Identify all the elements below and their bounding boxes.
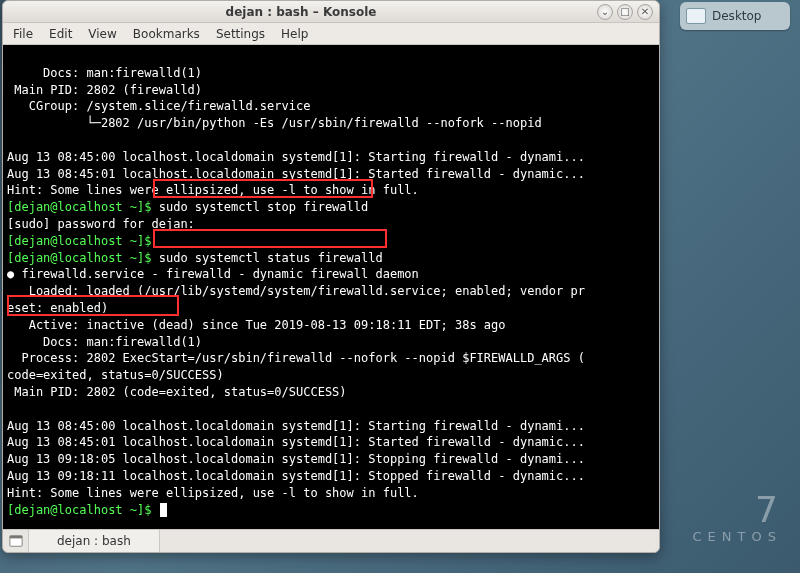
output-line: code=exited, status=0/SUCCESS) bbox=[7, 368, 224, 382]
menu-view[interactable]: View bbox=[88, 27, 116, 41]
window-title: dejan : bash – Konsole bbox=[9, 5, 593, 19]
menu-help[interactable]: Help bbox=[281, 27, 308, 41]
output-line: Aug 13 09:18:11 localhost.localdomain sy… bbox=[7, 469, 585, 483]
menu-bookmarks[interactable]: Bookmarks bbox=[133, 27, 200, 41]
output-line: Hint: Some lines were ellipsized, use -l… bbox=[7, 183, 419, 197]
output-line: ● firewalld.service - firewalld - dynami… bbox=[7, 267, 419, 281]
menu-file[interactable]: File bbox=[13, 27, 33, 41]
output-line: └─2802 /usr/bin/python -Es /usr/sbin/fir… bbox=[7, 116, 542, 130]
prompt-line: [dejan@localhost ~]$ sudo systemctl stop… bbox=[7, 200, 368, 214]
output-line: CGroup: /system.slice/firewalld.service bbox=[7, 99, 310, 113]
output-line: Aug 13 09:18:05 localhost.localdomain sy… bbox=[7, 452, 585, 466]
folder-icon bbox=[686, 8, 706, 24]
terminal-viewport[interactable]: Docs: man:firewalld(1) Main PID: 2802 (f… bbox=[3, 45, 659, 529]
desktop-folder-shortcut[interactable]: Desktop bbox=[680, 2, 790, 30]
menu-settings[interactable]: Settings bbox=[216, 27, 265, 41]
tab-label: dejan : bash bbox=[57, 534, 131, 548]
highlight-box bbox=[153, 229, 387, 248]
output-line: Main PID: 2802 (code=exited, status=0/SU… bbox=[7, 385, 347, 399]
tab-bash[interactable]: dejan : bash bbox=[29, 530, 160, 552]
output-line: Docs: man:firewalld(1) bbox=[7, 66, 202, 80]
output-line: eset: enabled) bbox=[7, 301, 108, 315]
tab-bar: dejan : bash bbox=[3, 529, 659, 552]
output-line: Aug 13 08:45:00 localhost.localdomain sy… bbox=[7, 419, 585, 433]
svg-rect-1 bbox=[9, 536, 21, 539]
prompt-line: [dejan@localhost ~]$ sudo systemctl stat… bbox=[7, 251, 383, 265]
terminal-icon bbox=[9, 534, 23, 548]
menubar: File Edit View Bookmarks Settings Help bbox=[3, 23, 659, 45]
output-line: Docs: man:firewalld(1) bbox=[7, 335, 202, 349]
titlebar[interactable]: dejan : bash – Konsole ⌄ □ ✕ bbox=[3, 1, 659, 23]
minimize-button[interactable]: ⌄ bbox=[597, 4, 613, 20]
output-line: Hint: Some lines were ellipsized, use -l… bbox=[7, 486, 419, 500]
prompt-line: [dejan@localhost ~]$ bbox=[7, 234, 159, 248]
new-tab-button[interactable] bbox=[3, 530, 29, 552]
output-line: Aug 13 08:45:00 localhost.localdomain sy… bbox=[7, 150, 585, 164]
output-line: Aug 13 08:45:01 localhost.localdomain sy… bbox=[7, 167, 585, 181]
output-line: Main PID: 2802 (firewalld) bbox=[7, 83, 202, 97]
cursor bbox=[160, 503, 167, 517]
close-button[interactable]: ✕ bbox=[637, 4, 653, 20]
output-line: Active: inactive (dead) since Tue 2019-0… bbox=[7, 318, 506, 332]
maximize-button[interactable]: □ bbox=[617, 4, 633, 20]
desktop-label: Desktop bbox=[712, 9, 762, 23]
menu-edit[interactable]: Edit bbox=[49, 27, 72, 41]
output-line: Process: 2802 ExecStart=/usr/sbin/firewa… bbox=[7, 351, 585, 365]
konsole-window: dejan : bash – Konsole ⌄ □ ✕ File Edit V… bbox=[2, 0, 660, 553]
output-line: Aug 13 08:45:01 localhost.localdomain sy… bbox=[7, 435, 585, 449]
centos-watermark: 7 CENTOS bbox=[693, 492, 782, 543]
output-line: [sudo] password for dejan: bbox=[7, 217, 202, 231]
output-line: Loaded: loaded (/usr/lib/systemd/system/… bbox=[7, 284, 585, 298]
prompt-line: [dejan@localhost ~]$ bbox=[7, 503, 167, 517]
